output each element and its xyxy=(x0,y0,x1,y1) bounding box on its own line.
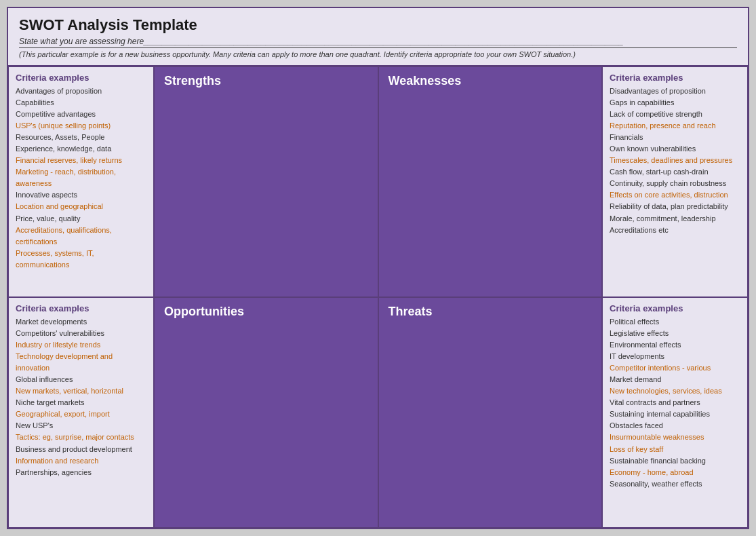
list-item: Sustainable financial backing xyxy=(610,455,740,467)
list-item: Economy - home, abroad xyxy=(610,467,740,478)
list-item: Insurmountable weaknesses xyxy=(610,432,740,443)
list-item: Sustaining internal capabilities xyxy=(610,408,740,420)
description: (This particular example is for a new bu… xyxy=(19,50,737,58)
list-item: Political effects xyxy=(610,316,740,328)
weaknesses-label: Weaknesses xyxy=(389,74,462,88)
list-item: Industry or lifestyle trends xyxy=(16,339,146,351)
list-item: Competitors' vulnerabilities xyxy=(16,328,146,339)
list-item: Global influences xyxy=(16,374,146,385)
list-item: Information and research xyxy=(16,455,146,467)
list-item: Timescales, deadlines and pressures xyxy=(610,155,740,166)
list-item: Continuity, supply chain robustness xyxy=(610,178,740,189)
list-item: Accreditations, qualifications, certific… xyxy=(16,225,146,248)
list-item: Business and product development xyxy=(16,444,146,455)
swot-page: SWOT Analysis Template State what you ar… xyxy=(7,7,749,529)
list-item: Financial reserves, likely returns xyxy=(16,155,146,166)
list-item: Cash flow, start-up cash-drain xyxy=(610,166,740,178)
weaknesses-criteria-list: Disadvantages of propositionGaps in capa… xyxy=(610,85,740,236)
list-item: Processes, systems, IT, communications xyxy=(16,248,146,271)
list-item: Effects on core activities, distruction xyxy=(610,189,740,201)
strengths-criteria-cell: Criteria examples Advantages of proposit… xyxy=(8,66,154,297)
list-item: Gaps in capabilities xyxy=(610,97,740,109)
list-item: Tactics: eg, surprise, major contacts xyxy=(16,432,146,443)
subtitle: State what you are assessing here_______… xyxy=(19,37,737,48)
list-item: Innovative aspects xyxy=(16,189,146,201)
opportunities-header: Opportunities xyxy=(154,297,378,528)
list-item: USP's (unique selling points) xyxy=(16,120,146,132)
threats-label: Threats xyxy=(389,305,433,319)
list-item: Resources, Assets, People xyxy=(16,132,146,143)
list-item: New USP's xyxy=(16,420,146,432)
opportunities-label: Opportunities xyxy=(164,305,244,319)
threats-criteria-list: Political effectsLegislative effectsEnvi… xyxy=(610,316,740,490)
list-item: Marketing - reach, distribution, awarene… xyxy=(16,166,146,189)
strengths-criteria-list: Advantages of propositionCapabilitiesCom… xyxy=(16,85,146,271)
list-item: Legislative effects xyxy=(610,328,740,339)
strengths-label: Strengths xyxy=(164,74,221,88)
list-item: Lack of competitive strength xyxy=(610,109,740,120)
weaknesses-header: Weaknesses xyxy=(378,66,603,297)
list-item: Market developments xyxy=(16,316,146,328)
list-item: Geographical, export, import xyxy=(16,408,146,420)
page-title: SWOT Analysis Template xyxy=(19,16,737,34)
opportunities-criteria-cell: Criteria examples Market developmentsCom… xyxy=(8,297,154,528)
list-item: New technologies, services, ideas xyxy=(610,385,740,397)
list-item: Capabilities xyxy=(16,97,146,109)
weaknesses-criteria-title: Criteria examples xyxy=(610,73,740,83)
threats-criteria-title: Criteria examples xyxy=(610,303,740,313)
swot-grid: Criteria examples Advantages of proposit… xyxy=(8,66,748,528)
list-item: Price, value, quality xyxy=(16,213,146,225)
list-item: Market demand xyxy=(610,374,740,385)
list-item: Own known vulnerabilities xyxy=(610,143,740,155)
list-item: Disadvantages of proposition xyxy=(610,85,740,97)
opportunities-criteria-list: Market developmentsCompetitors' vulnerab… xyxy=(16,316,146,478)
list-item: Environmental effects xyxy=(610,339,740,351)
header: SWOT Analysis Template State what you ar… xyxy=(8,8,748,66)
list-item: IT developments xyxy=(610,351,740,362)
list-item: Advantages of proposition xyxy=(16,85,146,97)
list-item: Niche target markets xyxy=(16,397,146,408)
threats-header: Threats xyxy=(378,297,603,528)
weaknesses-criteria-cell: Criteria examples Disadvantages of propo… xyxy=(602,66,748,297)
list-item: Reputation, presence and reach xyxy=(610,120,740,132)
list-item: Partnerships, agencies xyxy=(16,467,146,478)
list-item: Competitive advantages xyxy=(16,109,146,120)
list-item: Vital contracts and partners xyxy=(610,397,740,408)
list-item: Location and geographical xyxy=(16,201,146,212)
list-item: Loss of key staff xyxy=(610,444,740,455)
list-item: Accreditations etc xyxy=(610,225,740,236)
list-item: Obstacles faced xyxy=(610,420,740,432)
strengths-header: Strengths xyxy=(154,66,378,297)
strengths-criteria-title: Criteria examples xyxy=(16,73,146,83)
list-item: Seasonality, weather effects xyxy=(610,478,740,490)
list-item: Competitor intentions - various xyxy=(610,362,740,374)
list-item: Technology development and innovation xyxy=(16,351,146,374)
list-item: New markets, vertical, horizontal xyxy=(16,385,146,397)
list-item: Experience, knowledge, data xyxy=(16,143,146,155)
threats-criteria-cell: Criteria examples Political effectsLegis… xyxy=(602,297,748,528)
list-item: Morale, commitment, leadership xyxy=(610,213,740,225)
opportunities-criteria-title: Criteria examples xyxy=(16,303,146,313)
list-item: Reliability of data, plan predictability xyxy=(610,201,740,212)
list-item: Financials xyxy=(610,132,740,143)
